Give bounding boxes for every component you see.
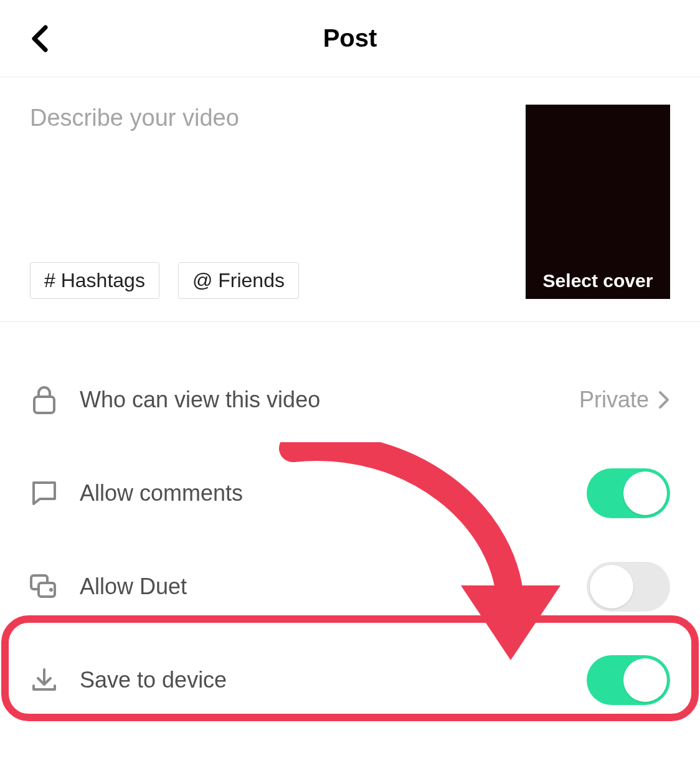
chip-row: # Hashtags @ Friends bbox=[30, 262, 511, 299]
comment-icon bbox=[30, 480, 59, 506]
compose-left: Describe your video # Hashtags @ Friends bbox=[30, 105, 511, 299]
duet-row: Allow Duet bbox=[30, 540, 670, 633]
comments-toggle[interactable] bbox=[587, 468, 670, 518]
cover-label: Select cover bbox=[526, 270, 670, 291]
comments-row: Allow comments bbox=[30, 447, 670, 540]
back-button[interactable] bbox=[27, 26, 52, 51]
options-section: Who can view this video Private Allow co… bbox=[0, 322, 700, 727]
comments-label: Allow comments bbox=[80, 480, 587, 506]
save-label: Save to device bbox=[80, 667, 587, 693]
privacy-row[interactable]: Who can view this video Private bbox=[30, 353, 670, 447]
save-row: Save to device bbox=[30, 633, 670, 727]
duet-icon bbox=[30, 574, 59, 599]
chevron-left-icon bbox=[31, 25, 49, 52]
privacy-value: Private bbox=[579, 387, 649, 413]
duet-label: Allow Duet bbox=[80, 574, 587, 600]
duet-toggle[interactable] bbox=[587, 562, 670, 612]
description-input[interactable]: Describe your video bbox=[30, 105, 511, 204]
lock-icon bbox=[30, 386, 59, 414]
chevron-right-icon bbox=[658, 390, 670, 410]
save-toggle[interactable] bbox=[587, 655, 670, 705]
select-cover-button[interactable]: Select cover bbox=[526, 105, 670, 299]
privacy-label: Who can view this video bbox=[80, 387, 579, 413]
page-title: Post bbox=[323, 24, 377, 52]
hashtags-button[interactable]: # Hashtags bbox=[30, 262, 159, 299]
svg-point-3 bbox=[49, 588, 53, 592]
download-icon bbox=[30, 667, 59, 693]
header: Post bbox=[0, 0, 700, 77]
svg-rect-0 bbox=[34, 397, 54, 413]
friends-button[interactable]: @ Friends bbox=[178, 262, 299, 299]
privacy-right: Private bbox=[579, 387, 670, 413]
compose-section: Describe your video # Hashtags @ Friends… bbox=[0, 77, 700, 322]
